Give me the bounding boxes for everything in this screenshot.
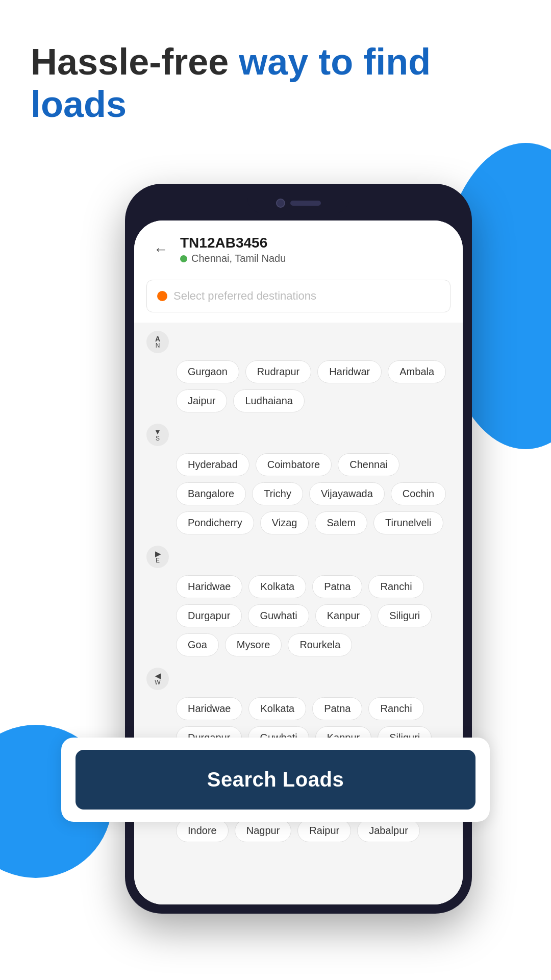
west-direction-icon: ◀ W	[146, 668, 169, 690]
search-box-wrapper: Select preferred destinations	[134, 275, 463, 323]
chip-patna-e[interactable]: Patna	[312, 575, 362, 598]
chip-ludhaiana[interactable]: Ludhaiana	[233, 389, 304, 412]
chip-hyderabad[interactable]: Hyderabad	[176, 453, 249, 476]
location-dot-icon	[180, 255, 187, 262]
south-direction-icon: ▼ S	[146, 424, 169, 446]
center-chips: Indore Nagpur Raipur Jabalpur	[146, 819, 450, 842]
chip-mysore-e[interactable]: Mysore	[225, 633, 282, 656]
north-direction-icon: A N	[146, 331, 169, 353]
chip-rudrapur[interactable]: Rudrapur	[245, 360, 311, 383]
chip-guwhati-e[interactable]: Guwhati	[248, 604, 309, 627]
chip-jaipur[interactable]: Jaipur	[176, 389, 227, 412]
sensors	[290, 201, 321, 206]
chip-pondicherry[interactable]: Pondicherry	[176, 511, 254, 534]
vehicle-info: TN12AB3456 Chennai, Tamil Nadu	[180, 235, 286, 264]
chip-bangalore[interactable]: Bangalore	[176, 482, 246, 505]
chip-vizag[interactable]: Vizag	[260, 511, 309, 534]
chip-goa-e[interactable]: Goa	[176, 633, 219, 656]
chip-nagpur[interactable]: Nagpur	[235, 819, 292, 842]
east-chips: Haridwae Kolkata Patna Ranchi Durgapur G…	[146, 575, 450, 656]
north-chips: Gurgaon Rudrapur Haridwar Ambala Jaipur …	[146, 360, 450, 412]
west-header: ◀ W	[146, 668, 450, 690]
chip-haridwar[interactable]: Haridwar	[317, 360, 382, 383]
headline-area: Hassle-free way to find loads	[31, 41, 520, 126]
chip-ranchi-e[interactable]: Ranchi	[368, 575, 423, 598]
chip-indore[interactable]: Indore	[176, 819, 229, 842]
chip-ranchi-w[interactable]: Ranchi	[368, 697, 423, 720]
chip-cochin[interactable]: Cochin	[391, 482, 446, 505]
phone-notch	[247, 193, 349, 213]
chip-durgapur-e[interactable]: Durgapur	[176, 604, 242, 627]
bottom-bar: Search Loads	[0, 738, 551, 822]
pin-icon	[157, 291, 167, 301]
chip-rourkela-e[interactable]: Rourkela	[288, 633, 352, 656]
chip-kanpur-e[interactable]: Kanpur	[315, 604, 372, 627]
north-header: A N	[146, 331, 450, 353]
chip-coimbatore[interactable]: Coimbatore	[256, 453, 332, 476]
chip-trichy[interactable]: Trichy	[252, 482, 303, 505]
chip-salem[interactable]: Salem	[315, 511, 367, 534]
chip-kolkata-w[interactable]: Kolkata	[248, 697, 306, 720]
search-placeholder: Select preferred destinations	[173, 289, 316, 303]
camera-icon	[276, 199, 285, 208]
destination-search-box[interactable]: Select preferred destinations	[146, 280, 450, 312]
chip-siliguri-e[interactable]: Siliguri	[378, 604, 432, 627]
chip-gurgaon[interactable]: Gurgaon	[176, 360, 239, 383]
back-button[interactable]: ←	[149, 238, 172, 261]
chip-ambala[interactable]: Ambala	[388, 360, 446, 383]
bottom-bar-inner: Search Loads	[61, 738, 490, 822]
chip-vijayawada[interactable]: Vijayawada	[309, 482, 385, 505]
chip-raipur[interactable]: Raipur	[297, 819, 351, 842]
chip-tirunelveli[interactable]: Tirunelveli	[373, 511, 443, 534]
chip-haridwae-w[interactable]: Haridwae	[176, 697, 242, 720]
east-section: ▶ E Haridwae Kolkata Patna Ranchi Durgap…	[146, 546, 450, 656]
chip-jabalpur[interactable]: Jabalpur	[357, 819, 420, 842]
vehicle-location: Chennai, Tamil Nadu	[180, 253, 286, 264]
phone-notch-bar	[134, 193, 463, 218]
south-header: ▼ S	[146, 424, 450, 446]
back-arrow-icon: ←	[154, 241, 168, 258]
chip-patna-w[interactable]: Patna	[312, 697, 362, 720]
screen-header: ← TN12AB3456 Chennai, Tamil Nadu	[134, 220, 463, 275]
east-direction-icon: ▶ E	[146, 546, 169, 568]
headline-text: Hassle-free way to find loads	[31, 41, 520, 126]
north-section: A N Gurgaon Rudrapur Haridwar Ambala Jai…	[146, 331, 450, 412]
chip-kolkata-e[interactable]: Kolkata	[248, 575, 306, 598]
south-chips: Hyderabad Coimbatore Chennai Bangalore T…	[146, 453, 450, 534]
location-text: Chennai, Tamil Nadu	[191, 253, 286, 264]
south-section: ▼ S Hyderabad Coimbatore Chennai Bangalo…	[146, 424, 450, 534]
search-loads-button[interactable]: Search Loads	[76, 750, 475, 810]
headline-part1: Hassle-free	[31, 41, 239, 82]
chip-haridwae-e[interactable]: Haridwae	[176, 575, 242, 598]
east-header: ▶ E	[146, 546, 450, 568]
vehicle-id: TN12AB3456	[180, 235, 286, 251]
chip-chennai[interactable]: Chennai	[338, 453, 399, 476]
